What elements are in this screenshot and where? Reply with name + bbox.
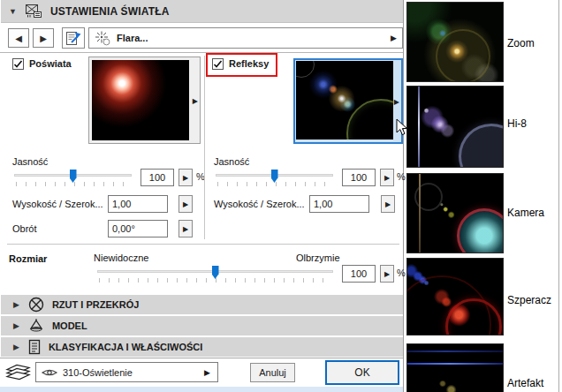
glow-height-width-field[interactable]: 1,00 [108,195,168,213]
glow-preview-button[interactable]: ▶ [88,57,201,144]
toolbar-divider [0,52,403,53]
lens-ring [406,275,491,335]
layer-name: 310-Oświetlenie [63,367,133,378]
flares-brightness-slider[interactable] [216,174,333,177]
section-classification-and-properties[interactable]: ▶ KLASYFIKACJA I WŁAŚCIWOŚCI [1,337,403,357]
flyout-arrow-icon[interactable]: ▶ [394,97,399,105]
preset-label: Zoom [507,37,535,49]
glow-rotation-spinner[interactable]: ▶ [178,220,193,237]
arrow-right-icon: ▶ [40,34,47,43]
glow-rotation-field[interactable]: 0,00° [108,220,168,237]
glow-height-width-spinner[interactable]: ▶ [178,195,193,213]
flares-brightness-label: Jasność [214,156,249,167]
preset-panel-border [558,0,559,392]
glow-brightness-field[interactable]: 100 [140,169,174,186]
document-icon [27,339,42,355]
glow-preview-image [92,60,189,140]
arrow-left-icon: ◀ [15,34,22,43]
size-spinner[interactable]: ▶ [380,265,394,283]
glow-brightness-spinner[interactable]: ▶ [178,169,193,186]
flare-icon [94,30,111,46]
flare-streak [418,87,420,167]
flares-checkbox[interactable] [212,58,224,70]
collapse-arrow-icon: ▶ [13,321,19,330]
flares-brightness-field[interactable]: 100 [342,169,376,186]
preset-thumbnail-kamera[interactable] [406,173,504,253]
flares-preview-button[interactable]: ▶ [293,58,403,144]
glow-checkbox[interactable] [12,58,24,70]
size-label: Rozmiar [9,253,47,264]
slider-thumb[interactable] [212,266,219,279]
slider-thumb[interactable] [70,170,77,183]
collapse-arrow-icon: ▶ [13,300,19,309]
transfer-settings-button[interactable] [62,27,85,49]
light-settings-screenshot: ▼ USTAWIENIA ŚWIATŁA ◀ ▶ Flara... [0,0,562,392]
glow-brightness-label: Jasność [12,156,48,167]
dropdown-arrow-icon: ▶ [391,34,397,42]
slider-thumb[interactable] [271,170,278,183]
lens-ring [346,99,393,139]
preset-thumbnail-szperacz[interactable] [406,258,504,335]
size-row-divider [7,244,399,245]
lens-ring [436,29,490,82]
preset-label: Szperacz [507,294,551,306]
transfer-settings-icon [64,29,83,47]
flare-type-value: Flara... [117,33,148,43]
flares-height-width-spinner[interactable]: ▶ [381,195,395,213]
flare-type-dropdown[interactable]: Flara... ▶ [88,27,403,49]
ok-button[interactable]: OK [325,360,399,385]
preset-label: Artefakt [507,377,543,389]
checkmark-icon [13,59,23,69]
slider-ticks [16,182,131,186]
collapse-arrow-icon: ▶ [13,343,19,351]
light-settings-icon [25,4,42,19]
glow-checkbox-label: Poświata [29,58,72,69]
footer-divider [0,358,403,358]
collapse-arrow-icon[interactable]: ▼ [9,7,17,16]
dialog-title: USTAWIENIA ŚWIATŁA [50,5,170,18]
section-model[interactable]: ▶ MODEL [1,316,403,335]
flyout-arrow-icon[interactable]: ▶ [193,96,198,104]
lens-ring [414,183,443,211]
dialog-right-edge [403,0,404,392]
flares-height-width-field[interactable]: 1,00 [309,195,369,213]
previous-light-button[interactable]: ◀ [8,28,29,48]
size-field[interactable]: 100 [342,265,376,283]
lens-ring [296,61,315,78]
preset-thumbnail-artefakt[interactable] [406,343,504,392]
preset-label: Kamera [507,207,544,219]
cancel-button[interactable]: Anuluj [250,363,295,382]
flares-brightness-unit: % [397,171,406,182]
checkmark-icon [213,59,223,69]
section-label: KLASYFIKACJA I WŁAŚCIWOŚCI [49,342,202,352]
layer-dropdown[interactable]: 310-Oświetlenie ▶ [35,362,218,382]
glow-brightness-slider[interactable] [14,174,132,177]
glow-height-width-label: Wysokość / Szerok... [12,199,103,209]
slider-ticks [217,182,332,186]
dialog-bottom-strip [0,387,403,392]
circle-x-icon [27,296,45,313]
flares-height-width-label: Wysokość / Szerok... [214,199,305,209]
lens-ring [457,208,504,253]
glow-rotation-label: Obrót [12,223,37,234]
preset-thumbnail-hi8[interactable] [406,86,504,168]
section-label: MODEL [52,320,87,331]
next-light-button[interactable]: ▶ [33,28,54,48]
section-label: RZUT I PRZEKRÓJ [52,299,139,310]
eye-icon [42,367,57,378]
flares-brightness-spinner[interactable]: ▶ [380,169,394,186]
layers-icon [5,362,32,382]
slider-ticks [99,278,331,283]
flares-preview-image [296,61,393,139]
size-unit: % [397,268,406,278]
size-slider[interactable] [97,270,333,273]
preset-thumbnail-zoom[interactable] [406,2,504,82]
flare-dots [407,344,503,392]
preset-label: Hi-8 [507,117,527,130]
lamp-icon [27,318,45,334]
lens-ring [459,124,504,168]
section-floor-plan-and-section[interactable]: ▶ RZUT I PRZEKRÓJ [1,295,403,314]
mouse-cursor [396,118,408,136]
flares-checkbox-label: Refleksy [229,58,269,69]
dropdown-arrow-icon: ▶ [204,368,210,377]
